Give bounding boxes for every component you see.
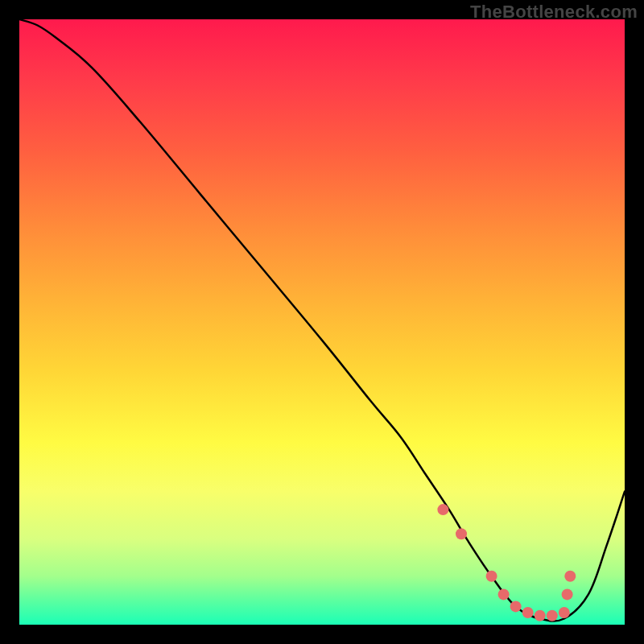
optimal-dot — [547, 610, 558, 621]
optimal-dot — [498, 588, 510, 600]
optimal-dot — [562, 588, 573, 600]
optimal-dot — [437, 504, 448, 515]
optimal-dot — [456, 528, 467, 539]
optimal-dot — [522, 607, 534, 618]
optimal-dot — [564, 571, 576, 582]
bottleneck-curve — [19, 19, 625, 621]
optimal-dot — [486, 571, 497, 582]
optimal-dots-group — [437, 504, 576, 621]
optimal-dot — [510, 601, 522, 612]
optimal-dot — [559, 607, 570, 618]
optimal-dot — [535, 610, 546, 621]
chart-container: TheBottleneck.com — [0, 0, 644, 644]
chart-svg — [19, 19, 625, 625]
plot-area — [19, 19, 625, 625]
